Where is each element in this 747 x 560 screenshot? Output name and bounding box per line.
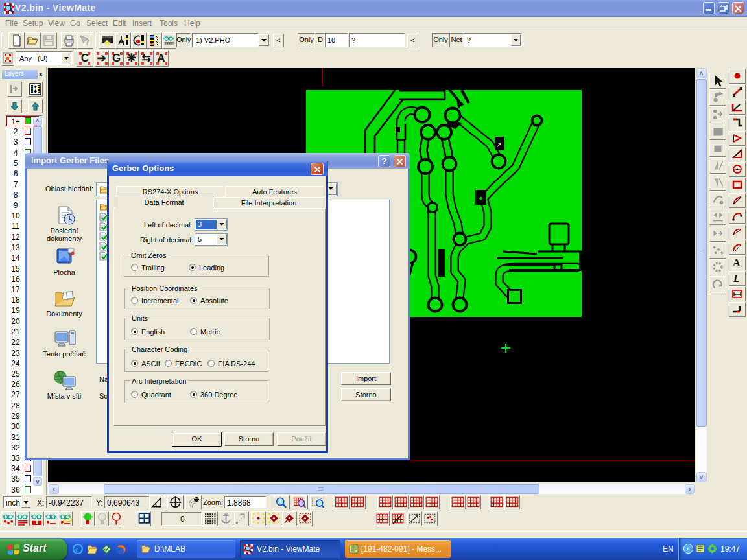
svg-text:?: ? (85, 38, 89, 47)
svg-text:↗: ↗ (496, 141, 501, 148)
svg-text:✦: ✦ (478, 194, 484, 202)
svg-text:A: A (733, 257, 741, 268)
svg-text:e: e (75, 544, 79, 554)
svg-text:L: L (733, 273, 740, 284)
